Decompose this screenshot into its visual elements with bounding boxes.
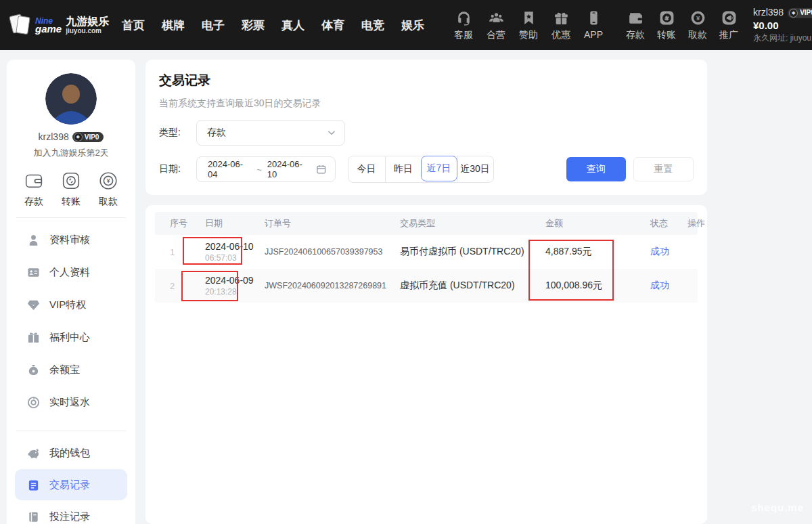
page-title: 交易记录 (159, 72, 694, 89)
sidebar-item-vip[interactable]: VIP特权 (7, 288, 135, 321)
avatar-photo (45, 73, 97, 125)
customer-service-button[interactable]: 客服 (453, 9, 474, 41)
range-today-button[interactable]: 今日 (348, 156, 385, 182)
table-header: 序号 日期 订单号 交易类型 金额 状态 操作 (155, 212, 698, 235)
type-label: 类型: (159, 127, 190, 139)
row-transaction-type: 虚拟币充值 (USDT/TRC20) (400, 280, 545, 292)
col-header-amount: 金额 (545, 217, 650, 230)
navbar-username: krzl398 (753, 7, 784, 19)
type-select[interactable]: 存款 (196, 120, 345, 146)
query-button[interactable]: 查询 (566, 157, 627, 181)
nav-link-esports[interactable]: 电竞 (361, 18, 384, 33)
row-status-link[interactable]: 成功 (650, 246, 687, 258)
piggy-bank-icon (27, 447, 40, 460)
sidebar: krzl398 ◆VIP0 加入九游娱乐第2天 存款 转账 ¥ 取款 资料审核 … (7, 60, 135, 524)
vip-badge: ◆VIP0 (788, 8, 812, 18)
deposit-button[interactable]: 存款 (625, 9, 646, 41)
sidebar-item-profile-review[interactable]: 资料审核 (7, 223, 135, 256)
svg-text:¥: ¥ (696, 15, 700, 22)
top-navbar: Nine game 九游娱乐 jiuyou.com 首页 棋牌 电子 彩票 真人… (0, 0, 812, 50)
withdraw-coin-icon: ¥ (690, 9, 706, 26)
col-header-date: 日期 (205, 217, 265, 230)
row-index: 2 (170, 281, 205, 291)
wallet-outline-icon (23, 170, 45, 192)
id-card-icon (27, 266, 40, 279)
main-nav: 首页 棋牌 电子 彩票 真人 体育 电竞 娱乐 (122, 18, 424, 33)
withdraw-button[interactable]: ¥ 取款 (687, 9, 708, 41)
sidebar-item-transaction-records[interactable]: 交易记录 (15, 469, 127, 500)
date-separator: ~ (256, 165, 262, 175)
withdraw-outline-icon: ¥ (97, 170, 119, 192)
row-index: 1 (170, 247, 205, 257)
transaction-record-icon (27, 479, 40, 492)
transfer-button[interactable]: 转账 (656, 9, 677, 41)
table-row: 1 2024-06-10 06:57:03 JJSF20240610065703… (155, 235, 698, 269)
rebate-circle-icon (27, 396, 40, 409)
partners-icon (488, 9, 505, 26)
nav-link-home[interactable]: 首页 (122, 18, 145, 33)
col-header-index: 序号 (170, 217, 205, 230)
sidebar-avatar[interactable] (45, 73, 97, 125)
app-download-button[interactable]: APP (583, 9, 604, 41)
range-last7days-button[interactable]: 近7日 (421, 156, 457, 181)
person-stamp-icon (27, 234, 40, 246)
join-days-text: 加入九游娱乐第2天 (7, 147, 135, 159)
gift-icon (553, 9, 570, 26)
sidebar-deposit-button[interactable]: 存款 (23, 170, 45, 208)
nav-link-live[interactable]: 真人 (281, 18, 304, 33)
reset-button[interactable]: 重置 (633, 157, 694, 181)
watermark: shequ.me (751, 502, 804, 513)
svg-text:¥: ¥ (107, 177, 110, 184)
sponsor-button[interactable]: 赞助 (518, 9, 539, 41)
sidebar-transfer-button[interactable]: 转账 (60, 170, 82, 208)
row-order-no: JWSF202406092013287269891 (265, 281, 400, 290)
row-status-link[interactable]: 成功 (650, 280, 687, 292)
sidebar-item-yuebao[interactable]: 余额宝 (7, 353, 135, 386)
welfare-gift-icon (27, 331, 40, 344)
sidebar-item-welfare-center[interactable]: 福利中心 (7, 321, 135, 353)
row-transaction-type: 易币付虚拟币 (USDT/TRC20) (400, 246, 545, 258)
sidebar-item-betting-records[interactable]: 投注记录 (7, 500, 135, 524)
transfer-outline-icon (60, 170, 82, 192)
diamond-icon: ◆ (789, 9, 798, 18)
range-last30days-button[interactable]: 近30日 (457, 156, 493, 182)
row-date: 2024-06-10 06:57:03 (205, 241, 265, 263)
transaction-table-card: 序号 日期 订单号 交易类型 金额 状态 操作 1 2024-06-10 06:… (145, 205, 707, 524)
promote-button[interactable]: 推广 (718, 9, 740, 41)
nav-link-sports[interactable]: 体育 (321, 18, 344, 33)
headset-icon (455, 9, 472, 26)
col-header-status: 状态 (650, 217, 687, 230)
promotions-button[interactable]: 优惠 (550, 9, 572, 41)
sidebar-username: krzl398 (39, 131, 69, 142)
money-pouch-icon (27, 364, 40, 376)
ribbon-star-icon (520, 9, 537, 26)
date-quick-ranges: 今日 昨日 近7日 近30日 (348, 156, 494, 183)
sidebar-item-my-wallet[interactable]: 我的钱包 (7, 437, 135, 469)
page-subtitle: 当前系统支持查询最近30日的交易记录 (159, 97, 694, 110)
navbar-user-info[interactable]: krzl398 ◆VIP0 ¥0.00 永久网址: jiuyou.com (753, 7, 812, 43)
nav-link-lottery[interactable]: 彩票 (242, 18, 265, 33)
sidebar-quick-actions: 存款 转账 ¥ 取款 (7, 170, 135, 208)
sidebar-withdraw-button[interactable]: ¥ 取款 (97, 170, 119, 208)
range-yesterday-button[interactable]: 昨日 (385, 156, 422, 182)
nav-link-chess[interactable]: 棋牌 (162, 18, 185, 33)
partnership-button[interactable]: 合营 (485, 9, 507, 41)
navbar-wallet-icons: 存款 转账 ¥ 取款 推广 (625, 9, 740, 41)
poker-cards-icon (11, 14, 31, 37)
sidebar-item-personal-info[interactable]: 个人资料 (7, 256, 135, 288)
chevron-down-icon (327, 128, 336, 137)
promote-coin-icon (721, 9, 738, 26)
diamond-icon: ◆ (74, 133, 83, 141)
phone-icon (585, 9, 602, 26)
date-range-input[interactable]: 2024-06-04 ~ 2024-06-10 (196, 156, 336, 182)
brand-name-cn: 九游娱乐 jiuyou.com (66, 16, 109, 35)
nav-link-slots[interactable]: 电子 (202, 18, 225, 33)
divider (16, 431, 126, 431)
row-date: 2024-06-09 20:13:28 (205, 275, 265, 297)
sidebar-item-realtime-rebate[interactable]: 实时返水 (7, 386, 135, 418)
brand-logo[interactable]: Nine game 九游娱乐 jiuyou.com (11, 14, 112, 37)
wallet-icon (627, 9, 644, 26)
brand-name-en: Nine game (35, 17, 62, 34)
table-row: 2 2024-06-09 20:13:28 JWSF20240609201328… (155, 269, 698, 303)
nav-link-entertainment[interactable]: 娱乐 (401, 18, 424, 33)
